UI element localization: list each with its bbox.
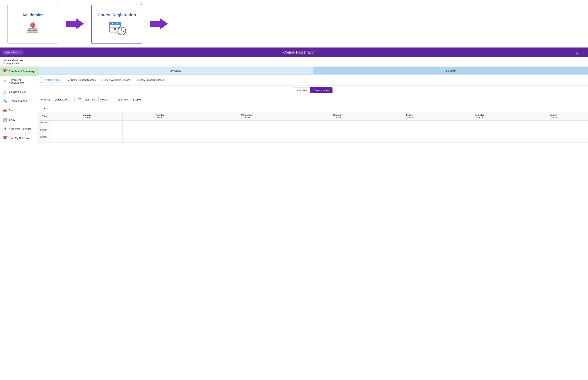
week-of-input[interactable] [53, 97, 75, 102]
sidebar-item-label: Enrollment Appointments [9, 78, 35, 84]
drop-icon: 📤 [3, 108, 7, 112]
calendar-grid: Time Monday Jan 9 Tuesday Jan 10 Wednesd… [38, 112, 588, 143]
top-navigation-section: Academics Cou [0, 0, 588, 47]
waitlisted-checkmark: ☐ [101, 78, 103, 81]
calendar-cell[interactable] [379, 121, 440, 128]
calendar-cell[interactable] [296, 128, 379, 135]
printable-page-button[interactable]: Printable Page [41, 77, 62, 83]
show-enrolled-label: Show Enrolled Classes [71, 78, 96, 81]
start-time-input[interactable] [98, 97, 115, 102]
calendar-cell[interactable] [519, 135, 588, 143]
calendar-cell[interactable] [123, 135, 197, 143]
calendar-cell[interactable] [123, 128, 197, 135]
week-row: Week of 📅 Start Time End Time [38, 95, 588, 104]
calendar-picker-button[interactable]: 📅 [78, 98, 82, 102]
academics-svg-icon [26, 20, 40, 35]
svg-rect-10 [109, 24, 121, 25]
filter-row: ▼ [38, 104, 588, 112]
filter-button[interactable]: ▼ [41, 106, 48, 111]
calendar-cell[interactable] [440, 121, 519, 128]
calendar-cell[interactable] [379, 135, 440, 143]
show-dropped-label: Show Dropped Classes [139, 78, 164, 81]
calendar-cell[interactable] [197, 121, 296, 128]
sidebar-item-label: Swap [9, 118, 15, 121]
table-row: 9:00AM [38, 135, 588, 143]
list-view-button[interactable]: List View [294, 87, 310, 93]
academic-calendar-icon: 🗓 [3, 127, 7, 131]
tabs-row: By Class By Date [38, 67, 588, 75]
friday-header: Friday Jan 13 [379, 112, 440, 121]
calendar-cell[interactable] [440, 128, 519, 135]
tab-by-class[interactable]: By Class [38, 67, 313, 75]
sidebar-item-academic-calendar[interactable]: 🗓 Academic Calendar [0, 124, 38, 133]
tab-by-date[interactable]: By Date [313, 67, 588, 75]
sidebar-item-label: Draft My Schedule [9, 137, 30, 140]
end-time-input[interactable] [131, 97, 147, 102]
search-and-add-icon: 🔍 [3, 99, 7, 103]
sidebar-item-draft-my-schedule[interactable]: 📅 Draft My Schedule [0, 133, 38, 143]
svg-marker-27 [150, 19, 168, 29]
calendar-cell[interactable] [51, 121, 123, 128]
sidebar-item-label: Search and Add [9, 100, 27, 102]
app-bar-title: Course Registration [23, 50, 576, 55]
course-registration-card[interactable]: Course Registration [91, 4, 142, 44]
enrollment-appointments-icon: 📋 [3, 79, 7, 83]
sidebar-item-enrollment-cart[interactable]: 🛒 Enrollment Cart [0, 87, 38, 96]
calendar-cell[interactable] [519, 128, 588, 135]
svg-point-5 [31, 24, 33, 26]
svg-marker-7 [66, 19, 84, 29]
svg-point-4 [30, 23, 35, 28]
table-row: 8:00AM [38, 121, 588, 128]
calendar-cell[interactable] [51, 135, 123, 143]
table-row: 8:30AM [38, 128, 588, 135]
calendar-cell[interactable] [123, 121, 197, 128]
svg-point-22 [121, 31, 122, 31]
app-bar: ◀ Academics Course Registration ⌂ ⋮ [0, 47, 588, 57]
calendar-cell[interactable] [440, 135, 519, 143]
sidebar-item-search-and-add[interactable]: 🔍 Search and Add [0, 96, 38, 106]
swap-icon: 🔄 [3, 118, 7, 122]
calendar-cell[interactable] [197, 128, 296, 135]
sidebar: 📅 Enrollment Summary 📋 Enrollment Appoin… [0, 67, 38, 143]
calendar-cell[interactable] [296, 135, 379, 143]
show-dropped-classes-checkbox[interactable]: ☐ Show Dropped Classes [136, 78, 164, 81]
academics-card[interactable]: Academics [7, 4, 58, 44]
sub-header: 2022 Fall/Winter Undergraduate [0, 57, 588, 67]
term-title: 2022 Fall/Winter [3, 59, 585, 62]
show-waitlisted-classes-checkbox[interactable]: ☐ Show Waitlisted Classes [101, 78, 130, 81]
academics-icon [26, 20, 40, 35]
term-subtitle: Undergraduate [3, 62, 585, 65]
show-waitlisted-label: Show Waitlisted Classes [104, 78, 130, 81]
svg-rect-12 [117, 23, 118, 24]
sidebar-item-label: Academic Calendar [9, 128, 31, 131]
svg-rect-17 [114, 28, 116, 30]
draft-schedule-icon: 📅 [3, 136, 7, 140]
sidebar-item-swap[interactable]: 🔄 Swap [0, 115, 38, 124]
enrollment-summary-icon: 📅 [3, 69, 7, 73]
more-options-button[interactable]: ⋮ [581, 50, 585, 55]
home-button[interactable]: ⌂ [576, 50, 578, 55]
time-cell: 9:00AM [38, 135, 51, 143]
time-cell: 8:30AM [38, 128, 51, 135]
sidebar-item-enrollment-summary[interactable]: 📅 Enrollment Summary [0, 67, 38, 76]
tuesday-header: Tuesday Jan 10 [123, 112, 197, 121]
sunday-header: Sunday Jan 15 [519, 112, 588, 121]
back-button[interactable]: ◀ Academics [3, 50, 23, 55]
main-layout: 📅 Enrollment Summary 📋 Enrollment Appoin… [0, 67, 588, 143]
show-enrolled-classes-checkbox[interactable]: ✓ Show Enrolled Classes [68, 78, 96, 82]
enrolled-checkmark: ✓ [68, 78, 70, 82]
calendar-cell[interactable] [379, 128, 440, 135]
arrow-2 [150, 18, 168, 29]
sidebar-item-enrollment-appointments[interactable]: 📋 Enrollment Appointments [0, 76, 38, 87]
dropped-checkmark: ☐ [136, 78, 138, 81]
calendar-cell[interactable] [197, 135, 296, 143]
saturday-header: Saturday Jan 14 [440, 112, 519, 121]
calendar-cell[interactable] [519, 121, 588, 128]
calendar-view-button[interactable]: Calendar View [310, 87, 332, 93]
course-registration-card-title: Course Registration [98, 13, 136, 17]
content-area: By Class By Date Printable Page ✓ Show E… [38, 67, 588, 143]
sidebar-item-drop[interactable]: 📤 Drop [0, 106, 38, 115]
calendar-cell[interactable] [51, 128, 123, 135]
app-bar-actions: ⌂ ⋮ [576, 50, 585, 55]
calendar-cell[interactable] [296, 121, 379, 128]
